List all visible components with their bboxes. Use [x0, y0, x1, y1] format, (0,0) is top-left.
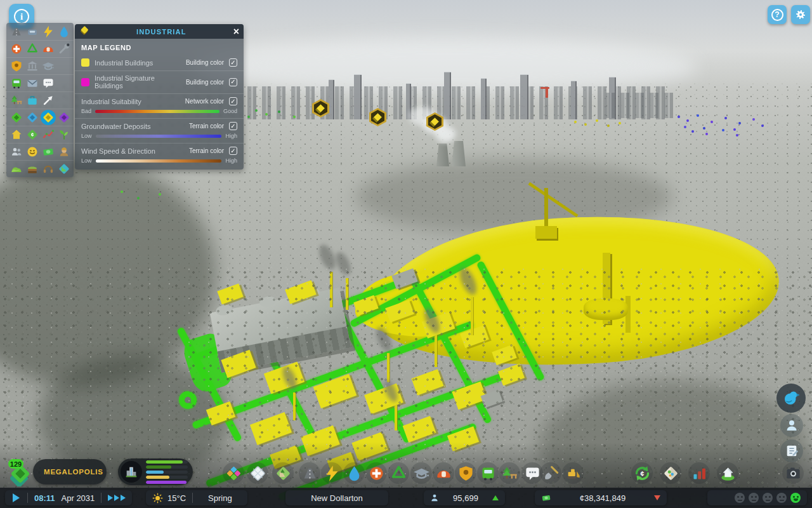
- scale-min-label: Bad: [81, 108, 91, 114]
- toolbar-infoviews[interactable]: [660, 462, 681, 484]
- infoview-land-value[interactable]: ¢: [24, 127, 40, 143]
- play-button[interactable]: [5, 490, 27, 505]
- infoview-traffic[interactable]: [24, 23, 40, 39]
- infoview-maintenance[interactable]: [56, 41, 72, 57]
- happiness-face-sad: [749, 493, 759, 503]
- population-pill[interactable]: 95,699: [424, 490, 505, 505]
- weather-pill[interactable]: 15°C Spring: [146, 490, 247, 505]
- legend-label: Industrial Buildings: [95, 59, 181, 67]
- infoview-parks-recreation[interactable]: [8, 93, 24, 109]
- toolbar-zones[interactable]: [247, 462, 268, 484]
- crane-accent: [540, 87, 549, 89]
- close-icon[interactable]: ×: [233, 27, 239, 37]
- happiness-face-happy: [790, 493, 801, 503]
- infoview-water[interactable]: [56, 23, 72, 39]
- legend-checkbox[interactable]: ✓: [229, 58, 237, 67]
- groundwater-gradient: [96, 135, 222, 138]
- toolbar-garbage[interactable]: [388, 462, 409, 484]
- infoview-transportation[interactable]: [8, 76, 24, 91]
- infoview-communications[interactable]: [40, 76, 56, 91]
- infoview-economy-chart[interactable]: [40, 127, 56, 143]
- infoview-tourism[interactable]: [24, 93, 40, 109]
- infoview-healthcare[interactable]: [8, 41, 24, 57]
- journal-icon: [785, 444, 799, 458]
- city-progress-icon: [121, 461, 142, 483]
- money-pill[interactable]: ¢38,341,849: [535, 490, 667, 505]
- toolbar-roads[interactable]: [299, 462, 320, 484]
- toolbar-landscaping[interactable]: [272, 462, 294, 484]
- legend-item: Industrial Suitability Network color ✓ B…: [75, 93, 244, 118]
- infoview-ground-pollution[interactable]: [24, 161, 40, 177]
- infoview-terrain[interactable]: [8, 161, 24, 177]
- infoview-office-zones[interactable]: [56, 110, 72, 126]
- toolbar-terraforming[interactable]: [540, 462, 561, 484]
- progression-pill[interactable]: [118, 458, 193, 485]
- toolbar-statistics[interactable]: [688, 462, 710, 484]
- toolbar-photo-mode[interactable]: [782, 462, 804, 484]
- legend-label: Industrial Suitability: [81, 98, 180, 105]
- panel-header[interactable]: INDUSTRIAL ×: [75, 24, 244, 39]
- scale-max-label: High: [225, 133, 237, 139]
- toolbar-parks[interactable]: [499, 462, 520, 484]
- temperature: 15°C: [167, 493, 186, 503]
- infoview-water-pollution[interactable]: [56, 161, 72, 177]
- infoview-administration[interactable]: [24, 58, 40, 74]
- infoview-housing[interactable]: [8, 127, 24, 143]
- infoview-garbage[interactable]: [24, 41, 40, 57]
- infoview-education[interactable]: [40, 58, 56, 74]
- help-button[interactable]: ?: [768, 5, 787, 24]
- milestone-pill[interactable]: MEGALOPOLIS: [33, 459, 107, 485]
- toolbar-transportation[interactable]: [477, 462, 499, 484]
- legend-checkbox[interactable]: ✓: [229, 147, 237, 155]
- toolbar-healthcare[interactable]: [365, 462, 387, 484]
- legend-checkbox[interactable]: ✓: [229, 78, 237, 86]
- toolbar-bulldozer[interactable]: [562, 462, 584, 484]
- legend-checkbox[interactable]: ✓: [229, 122, 237, 130]
- infoview-police[interactable]: [8, 58, 24, 74]
- money-icon: [541, 493, 551, 503]
- infoview-population[interactable]: [8, 144, 24, 160]
- infoview-residential-zones[interactable]: [8, 110, 24, 126]
- fast-forward-button[interactable]: [102, 490, 132, 505]
- citizen-lookup-button[interactable]: [780, 414, 803, 437]
- legend-checkbox[interactable]: ✓: [229, 97, 237, 105]
- chirper-bird-icon: [782, 389, 801, 408]
- infoview-commercial-zones[interactable]: [24, 110, 40, 126]
- legend-type-label: Terrain color: [189, 147, 224, 154]
- infoview-mail[interactable]: [24, 76, 40, 91]
- infoview-selector-panel: ¢: [6, 23, 74, 177]
- infoview-fire-rescue[interactable]: [40, 41, 56, 57]
- crane-accent: [546, 88, 548, 98]
- chirper-button[interactable]: [776, 384, 806, 413]
- infoview-workers[interactable]: [56, 144, 72, 160]
- toolbar-police[interactable]: [455, 462, 476, 484]
- legend-item: Industrial Buildings Building color ✓: [75, 55, 244, 70]
- milestone-name: MEGALOPOLIS: [44, 468, 103, 476]
- infoview-noise-pollution[interactable]: [40, 161, 56, 177]
- infoview-wealth[interactable]: [40, 144, 56, 160]
- happiness-pill[interactable]: [707, 490, 807, 505]
- season: Spring: [208, 493, 232, 503]
- game-viewport: i ?: [0, 0, 812, 508]
- city-name-pill[interactable]: New Dollarton: [285, 490, 388, 505]
- toolbar-electricity[interactable]: [321, 462, 343, 484]
- infoview-electricity[interactable]: [40, 23, 56, 39]
- infoview-routes[interactable]: [40, 93, 56, 109]
- toolbar-economy[interactable]: ¢: [631, 462, 653, 484]
- journal-button[interactable]: [780, 439, 803, 462]
- toolbar-city-overview[interactable]: [717, 462, 738, 484]
- legend-type-label: Building color: [186, 59, 224, 66]
- settings-button[interactable]: [791, 5, 810, 24]
- infoview-happiness[interactable]: [24, 144, 40, 160]
- legend-label: Wind Speed & Direction: [81, 147, 184, 155]
- toolbar-education[interactable]: [410, 462, 432, 484]
- money-down-icon: [654, 495, 660, 500]
- toolbar-water[interactable]: [343, 462, 365, 484]
- infoview-greenery[interactable]: [56, 127, 72, 143]
- toolbar-zoning[interactable]: [223, 462, 244, 484]
- toolbar-fire-rescue[interactable]: [433, 462, 454, 484]
- infoview-roads[interactable]: [8, 23, 24, 39]
- legend-label: Groundwater Deposits: [81, 123, 184, 130]
- infoview-industrial-zones[interactable]: [40, 110, 56, 126]
- legend-type-label: Terrain color: [189, 123, 224, 130]
